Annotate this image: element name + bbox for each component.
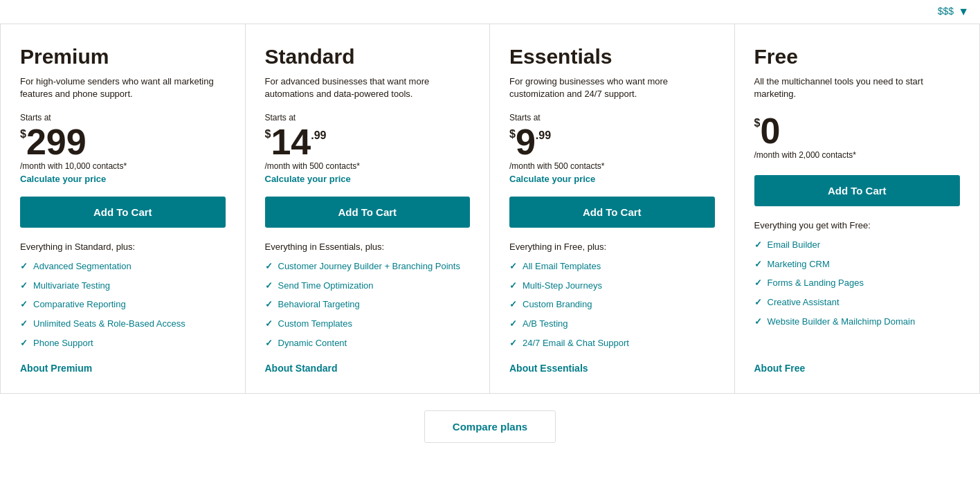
add-to-cart-essentials[interactable]: Add To Cart: [509, 197, 715, 228]
calc-link-standard[interactable]: Calculate your price: [265, 174, 471, 184]
starts-at-premium: Starts at: [20, 113, 226, 122]
feature-text: Send Time Optimization: [278, 280, 374, 292]
add-to-cart-free[interactable]: Add To Cart: [754, 175, 961, 206]
top-bar-text: $$$: [938, 6, 954, 18]
includes-label-premium: Everything in Standard, plus:: [20, 242, 226, 252]
about-link-essentials[interactable]: About Essentials: [509, 363, 715, 374]
compare-plans-button[interactable]: Compare plans: [424, 410, 556, 443]
check-icon: ✓: [509, 318, 517, 329]
includes-label-standard: Everything in Essentials, plus:: [265, 242, 471, 252]
feature-text: Behavioral Targeting: [278, 298, 360, 311]
about-link-free[interactable]: About Free: [754, 363, 961, 374]
feature-text: Custom Branding: [523, 298, 592, 311]
add-to-cart-premium[interactable]: Add To Cart: [20, 197, 226, 228]
feature-text: 24/7 Email & Chat Support: [523, 337, 629, 350]
plan-desc-standard: For advanced businesses that want more a…: [265, 75, 471, 100]
check-icon: ✓: [20, 299, 28, 309]
price-dollar-premium: $: [20, 128, 26, 140]
pricing-grid: Premium For high-volume senders who want…: [0, 24, 980, 394]
check-icon: ✓: [754, 316, 762, 327]
feature-item: ✓ Advanced Segmentation: [20, 260, 226, 273]
feature-item: ✓ 24/7 Email & Chat Support: [509, 337, 715, 350]
price-main-essentials: 9: [516, 124, 536, 160]
price-cents-standard: .99: [311, 129, 326, 142]
plan-col-free: Free All the multichannel tools you need…: [735, 24, 980, 393]
feature-text: Unlimited Seats & Role-Based Access: [33, 318, 185, 330]
price-row-free: $ 0: [754, 113, 961, 149]
check-icon: ✓: [20, 261, 28, 271]
check-icon: ✓: [754, 297, 762, 307]
feature-text: Dynamic Content: [278, 337, 347, 350]
plan-desc-free: All the multichannel tools you need to s…: [754, 75, 961, 100]
feature-item: ✓ A/B Testing: [509, 318, 715, 330]
check-icon: ✓: [509, 338, 517, 348]
top-bar: $$$ ▼: [0, 0, 980, 24]
calc-link-premium[interactable]: Calculate your price: [20, 174, 226, 184]
feature-text: Website Builder & Mailchimp Domain: [768, 316, 916, 328]
feature-list-free: ✓ Email Builder ✓ Marketing CRM ✓ Forms …: [754, 239, 961, 349]
feature-list-standard: ✓ Customer Journey Builder + Branching P…: [265, 260, 471, 349]
price-main-standard: 14: [271, 124, 311, 160]
feature-item: ✓ Unlimited Seats & Role-Based Access: [20, 318, 226, 330]
plan-name-free: Free: [754, 45, 961, 69]
check-icon: ✓: [265, 261, 273, 271]
feature-text: Multi-Step Journeys: [523, 280, 602, 292]
feature-text: Email Builder: [768, 239, 821, 251]
feature-item: ✓ Creative Assistant: [754, 296, 961, 309]
plan-col-standard: Standard For advanced businesses that wa…: [246, 24, 491, 393]
check-icon: ✓: [754, 239, 762, 250]
feature-text: Comparative Reporting: [33, 298, 126, 311]
price-row-essentials: $ 9 .99: [509, 124, 715, 160]
check-icon: ✓: [509, 280, 517, 291]
feature-item: ✓ Phone Support: [20, 337, 226, 350]
page-wrapper: $$$ ▼ Premium For high-volume senders wh…: [0, 0, 980, 481]
check-icon: ✓: [265, 299, 273, 309]
price-period-free: /month with 2,000 contacts*: [754, 150, 961, 160]
plan-name-premium: Premium: [20, 45, 226, 69]
feature-text: Creative Assistant: [768, 296, 840, 309]
price-period-essentials: /month with 500 contacts*: [509, 161, 715, 171]
feature-item: ✓ Custom Branding: [509, 298, 715, 311]
feature-item: ✓ Behavioral Targeting: [265, 298, 471, 311]
feature-item: ✓ All Email Templates: [509, 260, 715, 273]
check-icon: ✓: [754, 278, 762, 288]
feature-text: A/B Testing: [523, 318, 568, 330]
calc-link-essentials[interactable]: Calculate your price: [509, 174, 715, 184]
check-icon: ✓: [509, 261, 517, 271]
check-icon: ✓: [754, 259, 762, 269]
feature-item: ✓ Marketing CRM: [754, 258, 961, 271]
includes-label-free: Everything you get with Free:: [754, 220, 961, 230]
feature-text: All Email Templates: [523, 260, 601, 273]
add-to-cart-standard[interactable]: Add To Cart: [265, 197, 471, 228]
check-icon: ✓: [265, 338, 273, 348]
starts-at-essentials: Starts at: [509, 113, 715, 122]
feature-text: Customer Journey Builder + Branching Poi…: [278, 260, 460, 273]
feature-text: Phone Support: [33, 337, 93, 350]
feature-list-essentials: ✓ All Email Templates ✓ Multi-Step Journ…: [509, 260, 715, 349]
feature-text: Custom Templates: [278, 318, 352, 330]
feature-item: ✓ Send Time Optimization: [265, 280, 471, 292]
chevron-down-icon: ▼: [958, 6, 969, 18]
feature-text: Forms & Landing Pages: [768, 277, 864, 289]
price-cents-essentials: .99: [536, 129, 551, 142]
about-link-premium[interactable]: About Premium: [20, 363, 226, 374]
plan-name-essentials: Essentials: [509, 45, 715, 69]
price-main-free: 0: [760, 113, 780, 149]
feature-item: ✓ Multivariate Testing: [20, 280, 226, 292]
plan-col-premium: Premium For high-volume senders who want…: [1, 24, 246, 393]
feature-list-premium: ✓ Advanced Segmentation ✓ Multivariate T…: [20, 260, 226, 349]
feature-item: ✓ Forms & Landing Pages: [754, 277, 961, 289]
price-period-premium: /month with 10,000 contacts*: [20, 161, 226, 171]
check-icon: ✓: [265, 318, 273, 329]
feature-item: ✓ Comparative Reporting: [20, 298, 226, 311]
feature-text: Marketing CRM: [768, 258, 830, 271]
compare-btn-row: Compare plans: [424, 410, 556, 443]
price-dollar-standard: $: [265, 128, 271, 140]
price-period-standard: /month with 500 contacts*: [265, 161, 471, 171]
check-icon: ✓: [20, 280, 28, 291]
feature-item: ✓ Website Builder & Mailchimp Domain: [754, 316, 961, 328]
feature-item: ✓ Dynamic Content: [265, 337, 471, 350]
about-link-standard[interactable]: About Standard: [265, 363, 471, 374]
check-icon: ✓: [20, 318, 28, 329]
plan-col-essentials: Essentials For growing businesses who wa…: [490, 24, 735, 393]
